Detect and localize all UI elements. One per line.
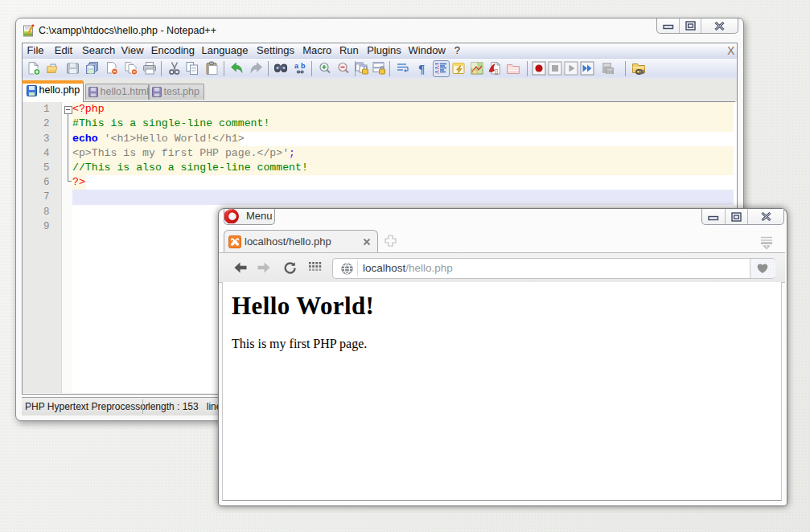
svg-text:¶: ¶ [418, 63, 425, 76]
svg-text:[]: [] [495, 68, 498, 75]
svg-text:b: b [301, 62, 306, 70]
svg-text:a: a [294, 62, 299, 70]
